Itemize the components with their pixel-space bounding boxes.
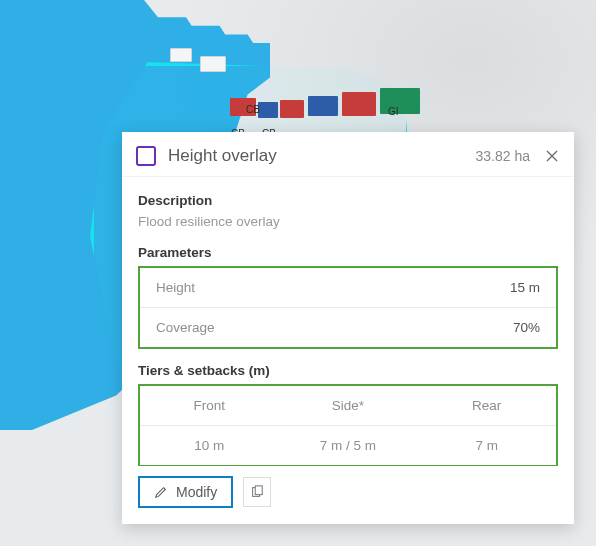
map-label: GI	[388, 106, 399, 117]
description-heading: Description	[138, 193, 558, 208]
tiers-val-front: 10 m	[140, 426, 279, 465]
tiers-box: Front Side* Rear 10 m 7 m / 5 m 7 m	[138, 384, 558, 466]
popup-title: Height overlay	[168, 146, 476, 166]
app-stage: CB CB CB GI Height overlay 33.82 ha Desc…	[0, 0, 596, 546]
modify-button[interactable]: Modify	[138, 476, 233, 508]
duplicate-button[interactable]	[243, 477, 271, 507]
layer-swatch	[136, 146, 156, 166]
map-label: CB	[246, 104, 260, 115]
svg-rect-1	[255, 486, 262, 495]
parameter-row: Height 15 m	[140, 268, 556, 308]
parameters-heading: Parameters	[138, 245, 558, 260]
parameter-name: Height	[156, 280, 510, 295]
popup-header: Height overlay 33.82 ha	[122, 132, 574, 177]
popup-body: Description Flood resilience overlay Par…	[122, 177, 574, 466]
parameter-value: 70%	[513, 320, 540, 335]
pencil-icon	[154, 485, 168, 499]
tiers-col-side: Side*	[279, 386, 418, 426]
popup-area-value: 33.82 ha	[476, 148, 531, 164]
close-button[interactable]	[544, 148, 560, 164]
description-text: Flood resilience overlay	[138, 214, 558, 229]
tiers-val-side: 7 m / 5 m	[279, 426, 418, 465]
modify-button-label: Modify	[176, 484, 217, 500]
feature-popup-panel: Height overlay 33.82 ha Description Floo…	[122, 132, 574, 524]
parameters-box: Height 15 m Coverage 70%	[138, 266, 558, 349]
parameter-row: Coverage 70%	[140, 308, 556, 347]
copy-icon	[250, 485, 264, 499]
tiers-table: Front Side* Rear 10 m 7 m / 5 m 7 m	[140, 386, 556, 465]
popup-footer: Modify	[122, 466, 574, 524]
tiers-heading: Tiers & setbacks (m)	[138, 363, 558, 378]
parameter-value: 15 m	[510, 280, 540, 295]
parameter-name: Coverage	[156, 320, 513, 335]
tiers-col-front: Front	[140, 386, 279, 426]
close-icon	[546, 150, 558, 162]
tiers-val-rear: 7 m	[417, 426, 556, 465]
tiers-col-rear: Rear	[417, 386, 556, 426]
